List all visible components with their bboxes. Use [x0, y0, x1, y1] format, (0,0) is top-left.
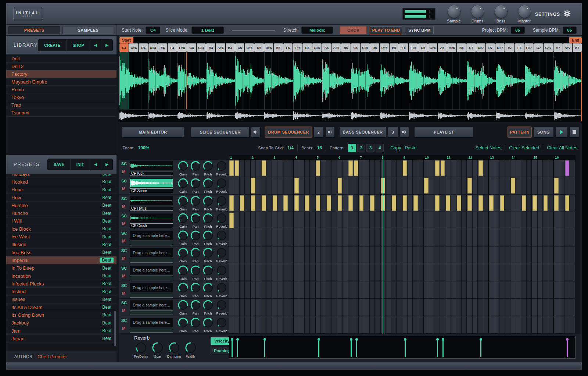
grid-cell[interactable]	[456, 160, 461, 177]
note-key-Gs4[interactable]: G#4	[197, 43, 206, 52]
grid-cell[interactable]	[494, 299, 499, 316]
grid-cell[interactable]	[505, 281, 510, 298]
grid-cell[interactable]	[288, 195, 294, 212]
grid-cell[interactable]	[283, 316, 288, 333]
grid-cell[interactable]	[348, 299, 353, 316]
grid-cell[interactable]	[413, 299, 418, 316]
grid-cell[interactable]	[375, 316, 380, 333]
sample-slot[interactable]: Drag a sample here...	[130, 266, 173, 275]
grid-cell[interactable]	[288, 229, 294, 246]
grid-cell[interactable]	[261, 264, 266, 281]
grid-cell[interactable]	[532, 246, 537, 263]
stop-button[interactable]	[569, 127, 580, 138]
grid-cell[interactable]	[256, 281, 261, 298]
grid-cell[interactable]	[321, 246, 326, 263]
sequencer-note[interactable]	[522, 195, 526, 211]
grid-cell[interactable]	[467, 299, 472, 316]
grid-cell[interactable]	[570, 299, 576, 316]
grid-cell[interactable]	[310, 246, 315, 263]
grid-cell[interactable]	[473, 299, 478, 316]
preset-item[interactable]: HookedBeat	[6, 178, 116, 186]
grid-cell[interactable]	[456, 281, 461, 298]
grid-cell[interactable]	[467, 264, 472, 281]
grid-cell[interactable]	[245, 316, 250, 333]
grid-cell[interactable]	[521, 246, 526, 263]
sequencer-note[interactable]	[262, 160, 266, 176]
grid-cell[interactable]	[483, 195, 489, 212]
grid-cell[interactable]	[266, 229, 272, 246]
grid-cell[interactable]	[516, 212, 521, 229]
grid-cell[interactable]	[462, 160, 467, 177]
grid-cell[interactable]	[516, 229, 521, 246]
mute-button[interactable]: M	[122, 221, 125, 226]
slice-speaker-icon[interactable]	[251, 127, 261, 138]
mute-button[interactable]: M	[122, 187, 125, 191]
note-key-C7[interactable]: C7	[466, 43, 476, 52]
grid-cell[interactable]	[445, 177, 451, 194]
paste-button[interactable]: Paste	[405, 145, 416, 150]
sequencer-note[interactable]	[441, 160, 445, 176]
stretch-value[interactable]: Melodic	[301, 26, 333, 34]
grid-cell[interactable]	[418, 195, 424, 212]
grid-cell[interactable]	[234, 212, 239, 229]
grid-cell[interactable]	[359, 316, 364, 333]
grid-cell[interactable]	[445, 212, 451, 229]
grid-cell[interactable]	[408, 229, 413, 246]
grid-cell[interactable]	[288, 264, 294, 281]
grid-cell[interactable]	[305, 299, 310, 316]
grid-cell[interactable]	[353, 264, 359, 281]
grid-cell[interactable]	[294, 212, 299, 229]
grid-cell[interactable]	[424, 229, 429, 246]
grid-cell[interactable]	[451, 229, 456, 246]
grid-cell[interactable]	[316, 281, 321, 298]
preset-item[interactable]: Infected PlucksBeat	[6, 280, 116, 288]
grid-cell[interactable]	[516, 316, 521, 333]
grid-cell[interactable]	[478, 281, 483, 298]
grid-cell[interactable]	[413, 229, 418, 246]
library-item[interactable]: Drill 2	[6, 63, 116, 70]
grid-cell[interactable]	[473, 316, 478, 333]
sample-name-field[interactable]	[130, 293, 173, 298]
grid-cell[interactable]	[440, 212, 445, 229]
grid-cell[interactable]	[445, 281, 451, 298]
grid-cell[interactable]	[386, 299, 391, 316]
note-key-Ds5[interactable]: D#5	[264, 43, 273, 52]
grid-cell[interactable]	[343, 281, 348, 298]
grid-cell[interactable]	[337, 160, 343, 177]
grid-cell[interactable]	[548, 281, 554, 298]
grid-cell[interactable]	[288, 160, 294, 177]
grid-cell[interactable]	[543, 177, 548, 194]
grid-cell[interactable]	[516, 160, 521, 177]
gain-knob[interactable]	[178, 230, 189, 242]
sequencer-note[interactable]	[435, 160, 440, 176]
tab-drum-sequencer[interactable]: DRUM SEQUENCER	[265, 127, 312, 138]
grid-cell[interactable]	[277, 281, 283, 298]
note-key-As4[interactable]: A#4	[216, 43, 225, 52]
grid-cell[interactable]	[510, 246, 516, 263]
grid-cell[interactable]	[337, 299, 343, 316]
note-key-A6[interactable]: A6	[438, 43, 447, 52]
reverb-knob[interactable]	[216, 195, 227, 208]
grid-cell[interactable]	[229, 316, 234, 333]
solo-button[interactable]: SC	[121, 162, 127, 166]
grid-cell[interactable]	[451, 195, 456, 212]
grid-cell[interactable]	[316, 299, 321, 316]
grid-cell[interactable]	[538, 229, 543, 246]
grid-cell[interactable]	[499, 299, 505, 316]
grid-cell[interactable]	[331, 195, 337, 212]
pitch-knob[interactable]	[202, 282, 214, 295]
grid-cell[interactable]	[316, 264, 321, 281]
grid-cell[interactable]	[527, 229, 532, 246]
grid-cell[interactable]	[272, 177, 277, 194]
note-key-A7[interactable]: A7	[553, 43, 563, 52]
note-key-Cs7[interactable]: C#7	[476, 43, 485, 52]
grid-cell[interactable]	[521, 160, 526, 177]
velocity-marker[interactable]	[232, 340, 233, 357]
gain-knob[interactable]	[178, 213, 189, 225]
pitch-knob[interactable]	[202, 317, 214, 330]
note-key-D5[interactable]: D5	[254, 43, 263, 52]
grid-cell[interactable]	[331, 299, 337, 316]
pitch-knob[interactable]	[202, 299, 214, 312]
grid-cell[interactable]	[321, 177, 326, 194]
preset-prev-arrow-icon[interactable]: ◀	[90, 159, 102, 170]
